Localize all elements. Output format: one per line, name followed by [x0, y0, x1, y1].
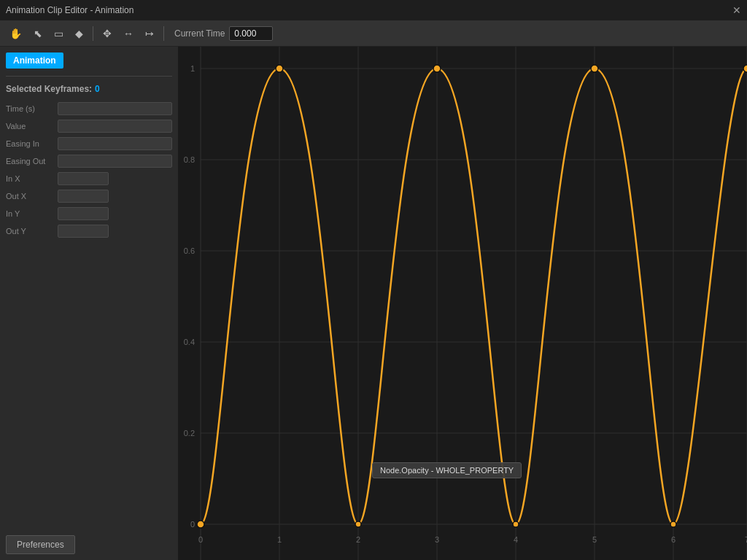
easing-in-input[interactable] [58, 137, 172, 150]
svg-text:0.4: 0.4 [184, 338, 195, 346]
in-x-input[interactable] [58, 172, 109, 185]
toolbar-divider-2 [163, 26, 164, 41]
svg-text:5: 5 [592, 535, 597, 544]
close-button[interactable]: ✕ [732, 4, 741, 16]
svg-text:0: 0 [190, 520, 195, 529]
in-y-label: In Y [6, 209, 53, 218]
svg-text:4: 4 [514, 535, 518, 544]
current-time-label: Current Time [174, 28, 225, 39]
panel-separator [6, 76, 172, 77]
svg-text:0: 0 [198, 535, 203, 544]
easing-in-label: Easing In [6, 139, 53, 148]
left-bottom: Preferences [0, 529, 178, 560]
keyframe-dot-0 [197, 521, 204, 528]
out-x-row: Out X [0, 187, 178, 205]
selected-keyframes-row: Selected Keyframes: 0 [0, 81, 178, 100]
toolbar-divider-1 [93, 26, 93, 41]
keyframe-dot-1 [276, 65, 283, 72]
time-label: Time (s) [6, 104, 53, 113]
move-tool-button[interactable]: ✥ [99, 26, 115, 42]
window-title: Animation Clip Editor - Animation [6, 5, 133, 15]
out-y-label: Out Y [6, 227, 53, 236]
chart-svg: 1 0.8 0.6 0.4 0.2 0 0 1 2 3 4 5 6 7 [179, 47, 747, 560]
in-x-label: In X [6, 174, 53, 183]
keyframe-dot-2 [355, 521, 361, 527]
value-property-row: Value [0, 117, 178, 135]
svg-text:3: 3 [435, 535, 439, 544]
titlebar: Animation Clip Editor - Animation ✕ [0, 0, 747, 20]
expand-h-tool-button[interactable]: ↔ [120, 26, 137, 42]
svg-text:2: 2 [356, 535, 360, 544]
keyframe-dot-7 [743, 65, 747, 72]
out-x-input[interactable] [58, 190, 109, 203]
left-panel: Animation Selected Keyframes: 0 Time (s)… [0, 47, 179, 560]
keyframe-dot-4 [513, 521, 519, 527]
selected-keyframes-label: Selected Keyframes: [6, 84, 92, 94]
preferences-button[interactable]: Preferences [6, 535, 75, 554]
value-label: Value [6, 122, 53, 131]
out-y-row: Out Y [0, 222, 178, 240]
svg-text:6: 6 [671, 535, 676, 544]
svg-text:0.8: 0.8 [184, 155, 195, 164]
main-area: Animation Selected Keyframes: 0 Time (s)… [0, 47, 747, 560]
scale-tool-button[interactable]: ↦ [142, 26, 158, 42]
easing-out-row: Easing Out [0, 152, 178, 170]
in-x-row: In X [0, 170, 178, 187]
svg-text:1: 1 [277, 535, 282, 544]
svg-text:1: 1 [190, 64, 195, 73]
easing-out-label: Easing Out [6, 157, 53, 166]
in-y-row: In Y [0, 205, 178, 222]
keyframe-dot-3 [433, 65, 441, 72]
svg-text:0.6: 0.6 [184, 246, 195, 255]
selected-keyframes-count: 0 [95, 84, 100, 94]
time-property-row: Time (s) [0, 100, 178, 117]
out-x-label: Out X [6, 192, 53, 201]
in-y-input[interactable] [58, 207, 109, 220]
current-time-input[interactable]: 0.000 [229, 26, 273, 41]
hand-tool-button[interactable]: ✋ [6, 26, 26, 42]
select-tool-button[interactable]: ⬉ [30, 26, 46, 42]
diamond-tool-button[interactable]: ◆ [71, 26, 87, 42]
easing-in-row: Easing In [0, 135, 178, 152]
out-y-input[interactable] [58, 225, 109, 238]
keyframe-dot-5 [591, 65, 598, 72]
frame-tool-button[interactable]: ▭ [50, 26, 67, 42]
easing-out-input[interactable] [58, 155, 172, 168]
keyframe-dot-6 [670, 521, 676, 527]
animation-tab[interactable]: Animation [6, 52, 63, 69]
time-input[interactable] [58, 102, 172, 115]
value-input[interactable] [58, 120, 172, 133]
svg-text:0.2: 0.2 [184, 429, 195, 438]
chart-area[interactable]: 1 0.8 0.6 0.4 0.2 0 0 1 2 3 4 5 6 7 [179, 47, 747, 560]
toolbar: ✋ ⬉ ▭ ◆ ✥ ↔ ↦ Current Time 0.000 [0, 20, 747, 47]
